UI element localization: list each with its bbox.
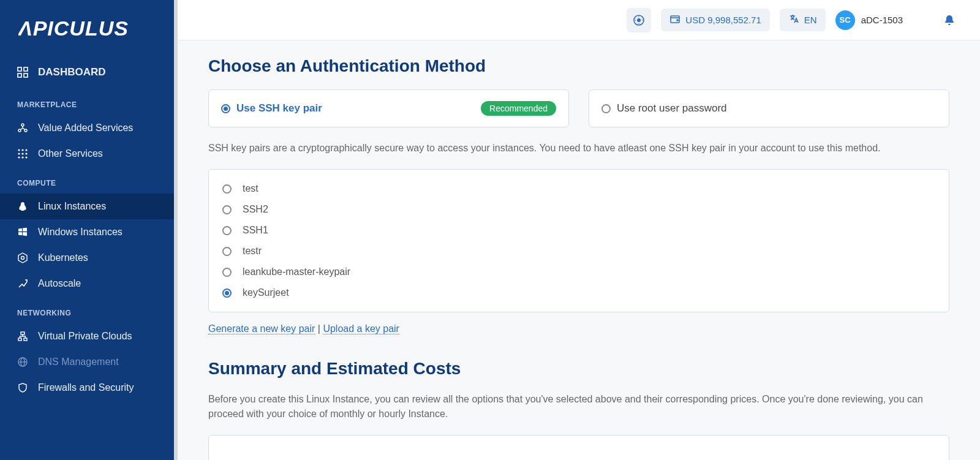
dashboard-icon (17, 67, 28, 78)
radio-icon (222, 226, 232, 235)
services-icon (17, 123, 28, 134)
shield-icon (17, 382, 28, 393)
svg-point-10 (25, 149, 27, 151)
autoscale-icon (17, 278, 28, 289)
ssh-key-list: testSSH2SSH1testrleankube-master-keypair… (208, 169, 949, 312)
user-menu[interactable]: SC aDC-1503 (835, 10, 903, 30)
svg-point-15 (21, 156, 23, 158)
sidebar-item-kubernetes[interactable]: Kubernetes (0, 245, 178, 271)
account-name: aDC-1503 (861, 15, 903, 25)
language-pill[interactable]: EN (780, 9, 826, 31)
content: Choose an Authentication Method Use SSH … (178, 40, 980, 460)
ssh-key-label: SSH1 (243, 225, 268, 236)
ssh-key-item[interactable]: test (222, 178, 935, 199)
sidebar-item-label: Kubernetes (38, 252, 88, 263)
sidebar-item-linux-instances[interactable]: Linux Instances (0, 194, 178, 219)
radio-icon (221, 104, 230, 113)
avatar: SC (835, 10, 855, 30)
sidebar-item-label: Linux Instances (38, 201, 106, 212)
svg-text:ΛPICULUS: ΛPICULUS (18, 17, 129, 40)
svg-rect-1 (18, 67, 21, 71)
help-button[interactable] (627, 8, 651, 32)
svg-rect-3 (18, 74, 21, 77)
grid-icon (17, 148, 28, 159)
key-actions-row: Generate a new key pair | Upload a key p… (208, 323, 949, 334)
language-text: EN (804, 15, 817, 25)
radio-icon (222, 268, 232, 277)
sidebar-item-firewalls[interactable]: Firewalls and Security (0, 375, 178, 401)
radio-icon (222, 247, 232, 256)
sidebar-item-value-added-services[interactable]: Value Added Services (0, 115, 178, 141)
summary-help-text: Before you create this Linux Instance, y… (208, 392, 949, 421)
radio-icon (601, 104, 611, 113)
sidebar-item-windows-instances[interactable]: Windows Instances (0, 219, 178, 245)
ssh-key-item[interactable]: SSH2 (222, 199, 935, 220)
svg-rect-19 (21, 332, 24, 334)
notifications-button[interactable] (937, 8, 962, 32)
svg-rect-21 (24, 338, 27, 341)
radio-icon (222, 184, 232, 194)
ssh-key-item[interactable]: testr (222, 241, 935, 262)
svg-point-16 (25, 156, 27, 158)
sidebar-item-label: Windows Instances (38, 227, 123, 238)
ssh-key-label: testr (243, 246, 262, 257)
header: USD 9,998,552.71 EN SC aDC-1503 (178, 0, 980, 40)
ssh-key-label: SSH2 (243, 204, 268, 215)
network-icon (17, 331, 28, 342)
auth-option-ssh[interactable]: Use SSH key pair Recommended (208, 89, 569, 127)
auth-options: Use SSH key pair Recommended Use root us… (208, 89, 949, 127)
svg-marker-17 (18, 253, 27, 263)
kubernetes-icon (17, 252, 28, 263)
sidebar-item-vpc[interactable]: Virtual Private Clouds (0, 323, 178, 349)
sidebar-group-compute: COMPUTE (0, 167, 178, 194)
sidebar-item-autoscale[interactable]: Autoscale (0, 271, 178, 296)
sidebar-item-label: Other Services (38, 148, 103, 159)
auth-option-root[interactable]: Use root user password (589, 89, 949, 127)
svg-point-9 (21, 149, 23, 151)
svg-rect-2 (24, 67, 28, 71)
svg-point-14 (18, 156, 20, 158)
svg-point-8 (18, 149, 20, 151)
ssh-key-item[interactable]: keySurjeet (222, 282, 935, 303)
upload-key-link[interactable]: Upload a key pair (323, 323, 399, 334)
svg-point-13 (25, 153, 27, 154)
ssh-key-label: keySurjeet (243, 287, 289, 298)
ssh-key-item[interactable]: SSH1 (222, 220, 935, 241)
auth-section-title: Choose an Authentication Method (208, 56, 949, 76)
ssh-key-label: test (243, 183, 258, 194)
auth-option-label: Use root user password (617, 102, 727, 115)
sidebar-item-other-services[interactable]: Other Services (0, 141, 178, 167)
ssh-key-item[interactable]: leankube-master-keypair (222, 262, 935, 282)
summary-box (208, 435, 949, 460)
sidebar-item-label: Firewalls and Security (38, 382, 134, 393)
sidebar-item-dns[interactable]: DNS Management (0, 349, 178, 375)
brand-logo: ΛPICULUS (0, 0, 178, 56)
svg-point-11 (18, 153, 20, 154)
sidebar-item-label: Virtual Private Clouds (38, 331, 132, 342)
globe-icon (17, 356, 28, 368)
translate-icon (788, 13, 799, 26)
sidebar-item-label: DASHBOARD (38, 66, 106, 78)
sidebar: ΛPICULUS DASHBOARD MARKETPLACE Value Add… (0, 0, 178, 460)
balance-pill[interactable]: USD 9,998,552.71 (661, 9, 769, 31)
windows-icon (17, 227, 28, 238)
wallet-icon (669, 13, 680, 26)
sidebar-group-networking: NETWORKING (0, 296, 178, 323)
balance-text: USD 9,998,552.71 (685, 15, 761, 25)
svg-point-18 (21, 257, 24, 260)
auth-option-label: Use SSH key pair (236, 102, 322, 115)
svg-point-5 (21, 124, 24, 126)
sidebar-group-marketplace: MARKETPLACE (0, 88, 178, 115)
svg-point-25 (637, 18, 641, 22)
recommended-badge: Recommended (481, 101, 556, 116)
radio-icon (222, 205, 232, 214)
sidebar-item-label: Autoscale (38, 278, 81, 289)
generate-key-link[interactable]: Generate a new key pair (208, 323, 315, 334)
sidebar-item-label: DNS Management (38, 356, 119, 368)
svg-rect-20 (18, 338, 21, 341)
auth-help-text: SSH key pairs are a cryptographically se… (208, 141, 949, 156)
svg-point-12 (21, 153, 23, 154)
sidebar-item-dashboard[interactable]: DASHBOARD (0, 56, 178, 88)
main: USD 9,998,552.71 EN SC aDC-1503 Choose a… (178, 0, 980, 460)
ssh-key-label: leankube-master-keypair (243, 266, 350, 277)
